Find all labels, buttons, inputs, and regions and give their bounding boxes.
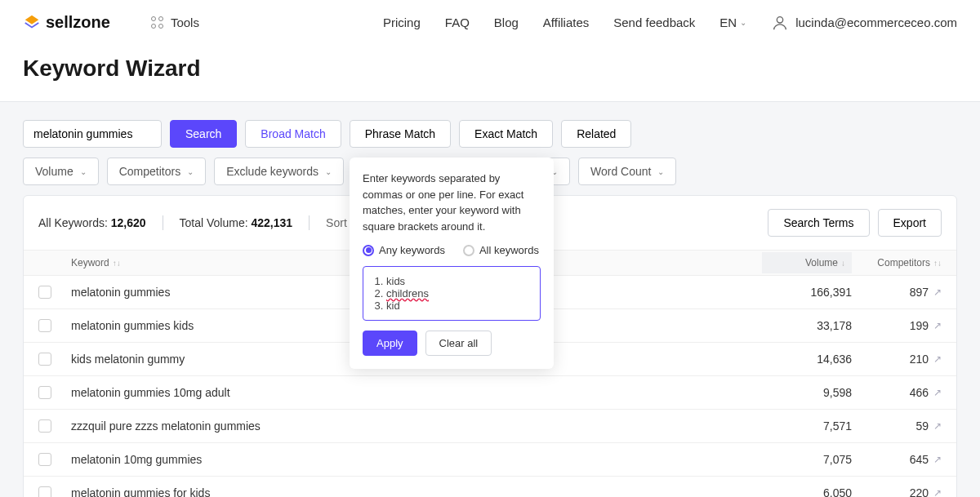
page-title: Keyword Wizard bbox=[23, 55, 957, 82]
apply-button[interactable]: Apply bbox=[363, 331, 417, 356]
clear-all-button[interactable]: Clear all bbox=[425, 331, 492, 356]
volume-cell: 7,571 bbox=[762, 419, 852, 433]
keyword-mode-radios: Any keywords All keywords bbox=[363, 244, 541, 256]
brand-name: sellzone bbox=[46, 13, 110, 32]
chevron-down-icon: ⌄ bbox=[187, 167, 194, 176]
competitors-cell[interactable]: 645↗ bbox=[852, 453, 942, 466]
main-content: Search Broad Match Phrase Match Exact Ma… bbox=[0, 102, 980, 497]
col-volume-header[interactable]: Volume ↓ bbox=[762, 252, 852, 273]
total-volume-stat: Total Volume: 422,131 bbox=[180, 216, 293, 229]
export-button[interactable]: Export bbox=[878, 209, 942, 237]
tab-phrase-match[interactable]: Phrase Match bbox=[350, 120, 451, 148]
volume-cell: 9,598 bbox=[762, 386, 852, 399]
sort-icon: ↑↓ bbox=[113, 259, 121, 268]
filter-word-count[interactable]: Word Count⌄ bbox=[578, 158, 676, 185]
user-menu[interactable]: lucinda@ecommerceceo.com bbox=[771, 14, 957, 32]
popover-actions: Apply Clear all bbox=[363, 331, 541, 356]
search-terms-button[interactable]: Search Terms bbox=[768, 209, 869, 237]
external-link-icon: ↗ bbox=[933, 320, 942, 331]
sort-down-icon: ↓ bbox=[841, 259, 845, 268]
filter-volume[interactable]: Volume⌄ bbox=[23, 158, 99, 185]
external-link-icon: ↗ bbox=[933, 387, 942, 398]
app-header: sellzone Tools Pricing FAQ Blog Affiliat… bbox=[0, 0, 980, 46]
filter-exclude-keywords[interactable]: Exclude keywords⌄ bbox=[214, 158, 344, 185]
radio-any-keywords[interactable]: Any keywords bbox=[363, 244, 445, 256]
nav-faq[interactable]: FAQ bbox=[445, 16, 470, 29]
radio-dot-icon bbox=[363, 245, 374, 256]
page-title-bar: Keyword Wizard bbox=[0, 46, 980, 102]
row-checkbox[interactable] bbox=[38, 286, 51, 299]
divider bbox=[309, 215, 310, 230]
search-row: Search Broad Match Phrase Match Exact Ma… bbox=[23, 120, 957, 148]
user-icon bbox=[771, 14, 789, 32]
row-checkbox[interactable] bbox=[38, 319, 51, 332]
chevron-down-icon: ⌄ bbox=[80, 167, 87, 176]
table-row: melatonin gummies 10mg adult9,598466↗ bbox=[24, 376, 956, 410]
row-checkbox[interactable] bbox=[38, 486, 51, 497]
filters-row: Volume⌄ Competitors⌄ Exclude keywords⌄ I… bbox=[23, 158, 957, 185]
external-link-icon: ↗ bbox=[933, 286, 942, 298]
competitors-cell[interactable]: 210↗ bbox=[852, 353, 942, 366]
grid-icon bbox=[151, 16, 164, 29]
chevron-down-icon: ⌄ bbox=[657, 167, 664, 176]
include-keywords-popover: Enter keywords separated by commas or on… bbox=[350, 158, 554, 369]
nav-blog[interactable]: Blog bbox=[494, 16, 519, 29]
volume-cell: 6,050 bbox=[762, 486, 852, 497]
keyword-search-input[interactable] bbox=[23, 120, 162, 148]
divider bbox=[163, 215, 163, 230]
brand-icon bbox=[23, 14, 41, 32]
sort-icon: ↑↓ bbox=[933, 259, 942, 268]
search-button[interactable]: Search bbox=[170, 120, 237, 148]
external-link-icon: ↗ bbox=[933, 454, 942, 465]
row-checkbox[interactable] bbox=[38, 353, 51, 366]
nav-pricing[interactable]: Pricing bbox=[383, 16, 421, 29]
all-keywords-stat: All Keywords: 12,620 bbox=[38, 216, 146, 229]
nav-feedback[interactable]: Send feedback bbox=[613, 16, 695, 29]
row-checkbox[interactable] bbox=[38, 453, 51, 466]
competitors-cell[interactable]: 199↗ bbox=[852, 319, 942, 332]
row-checkbox[interactable] bbox=[38, 386, 51, 399]
keyword-cell: melatonin gummies 10mg adult bbox=[71, 386, 762, 399]
tab-broad-match[interactable]: Broad Match bbox=[245, 120, 341, 148]
volume-cell: 166,391 bbox=[762, 286, 852, 299]
language-selector[interactable]: EN ⌄ bbox=[719, 16, 746, 29]
competitors-cell[interactable]: 59↗ bbox=[852, 419, 942, 433]
filter-competitors[interactable]: Competitors⌄ bbox=[107, 158, 206, 185]
card-actions: Search Terms Export bbox=[768, 209, 942, 237]
radio-dot-icon bbox=[463, 245, 474, 256]
nav-affiliates[interactable]: Affiliates bbox=[543, 16, 589, 29]
brand-logo[interactable]: sellzone bbox=[23, 13, 110, 32]
table-row: zzzquil pure zzzs melatonin gummies7,571… bbox=[24, 410, 956, 443]
volume-cell: 7,075 bbox=[762, 453, 852, 466]
popover-hint: Enter keywords separated by commas or on… bbox=[363, 171, 541, 234]
table-row: melatonin 10mg gummies7,075645↗ bbox=[24, 443, 956, 477]
keyword-cell: melatonin 10mg gummies bbox=[71, 453, 762, 466]
col-competitors-header[interactable]: Competitors ↑↓ bbox=[852, 257, 942, 268]
tab-exact-match[interactable]: Exact Match bbox=[459, 120, 553, 148]
table-row: melatonin gummies for kids6,050220↗ bbox=[24, 477, 956, 497]
tools-link[interactable]: Tools bbox=[151, 16, 199, 29]
external-link-icon: ↗ bbox=[933, 353, 942, 365]
volume-cell: 33,178 bbox=[762, 319, 852, 332]
external-link-icon: ↗ bbox=[933, 420, 942, 432]
competitors-cell[interactable]: 466↗ bbox=[852, 386, 942, 399]
keyword-line: kids bbox=[386, 275, 530, 287]
nav-right: Pricing FAQ Blog Affiliates Send feedbac… bbox=[383, 14, 957, 32]
volume-cell: 14,636 bbox=[762, 353, 852, 366]
competitors-cell[interactable]: 220↗ bbox=[852, 486, 942, 497]
radio-all-keywords[interactable]: All keywords bbox=[463, 244, 539, 256]
keyword-cell: melatonin gummies for kids bbox=[71, 486, 762, 497]
chevron-down-icon: ⌄ bbox=[740, 18, 746, 27]
keyword-line: kid bbox=[386, 300, 530, 312]
keywords-textarea[interactable]: kids childrens kid bbox=[363, 266, 541, 321]
chevron-down-icon: ⌄ bbox=[325, 167, 332, 176]
tab-related[interactable]: Related bbox=[561, 120, 631, 148]
row-checkbox[interactable] bbox=[38, 419, 51, 433]
svg-point-0 bbox=[777, 16, 783, 22]
keyword-cell: zzzquil pure zzzs melatonin gummies bbox=[71, 419, 762, 433]
keyword-line: childrens bbox=[386, 287, 530, 300]
external-link-icon: ↗ bbox=[933, 487, 942, 497]
competitors-cell[interactable]: 897↗ bbox=[852, 286, 942, 299]
